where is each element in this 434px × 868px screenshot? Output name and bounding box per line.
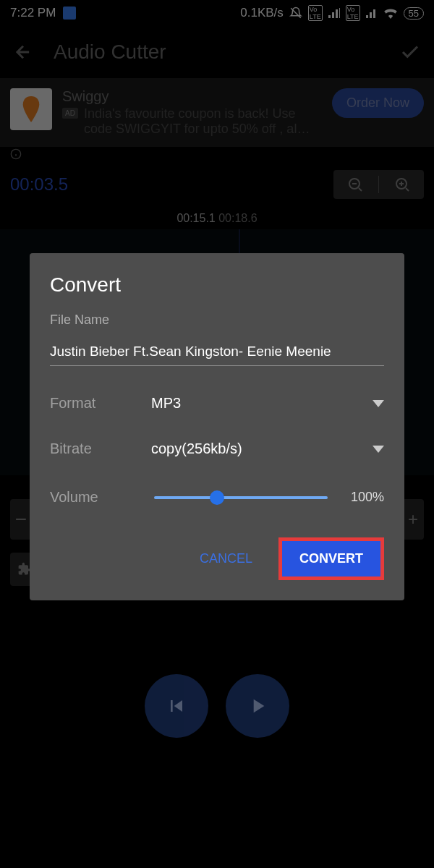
volume-slider[interactable] (154, 496, 328, 499)
volume-row: Volume 100% (50, 489, 384, 506)
convert-dialog: Convert File Name Format MP3 Bitrate cop… (30, 253, 404, 600)
bitrate-row[interactable]: Bitrate copy(256kb/s) (50, 441, 384, 457)
play-icon (246, 694, 269, 718)
chevron-down-icon (373, 400, 384, 407)
format-value: MP3 (151, 395, 373, 412)
player-controls (0, 674, 434, 738)
volume-value: 100% (341, 490, 384, 505)
play-button[interactable] (226, 674, 289, 738)
convert-button[interactable]: CONVERT (278, 537, 384, 580)
volume-label: Volume (50, 489, 141, 506)
skip-previous-icon (165, 694, 188, 718)
file-name-label: File Name (50, 312, 384, 328)
format-label: Format (50, 395, 151, 412)
slider-thumb[interactable] (210, 490, 224, 505)
cancel-button[interactable]: CANCEL (187, 541, 265, 576)
file-name-input[interactable] (50, 341, 384, 366)
dialog-title: Convert (50, 273, 384, 297)
format-row[interactable]: Format MP3 (50, 395, 384, 412)
chevron-down-icon (373, 446, 384, 453)
bitrate-label: Bitrate (50, 441, 151, 457)
previous-button[interactable] (145, 674, 208, 738)
bitrate-value: copy(256kb/s) (151, 441, 373, 457)
